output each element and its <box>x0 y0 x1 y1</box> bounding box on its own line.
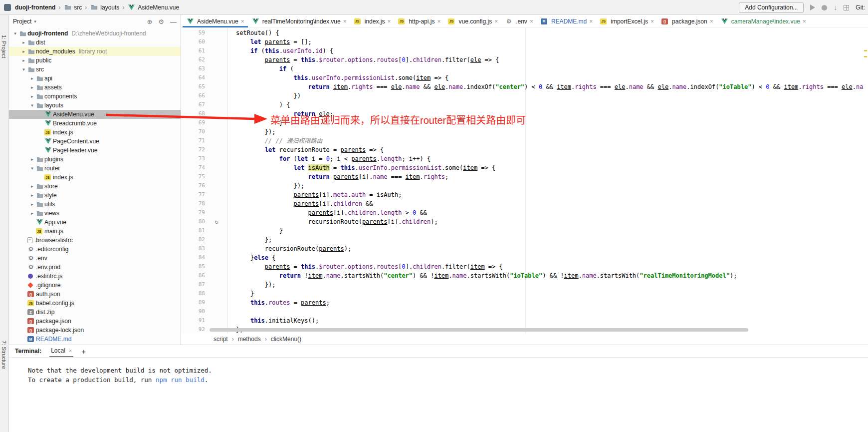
chevron-right-icon[interactable]: ▸ <box>29 202 35 207</box>
line-number[interactable]: 72 <box>181 145 205 154</box>
editor-tab-readme-md[interactable]: MREADME.md× <box>537 15 596 27</box>
new-terminal-tab-button[interactable]: + <box>81 348 86 355</box>
code-line-67[interactable]: 67 ) { <box>181 100 868 109</box>
tree-item-index-js[interactable]: JSindex.js <box>9 128 181 137</box>
tree-item-views[interactable]: ▸views <box>9 209 181 218</box>
tree-item-breadcrumb-vue[interactable]: Breadcrumb.vue <box>9 119 181 128</box>
run-icon[interactable] <box>810 4 815 10</box>
editor-tab-package-json[interactable]: {}package.json× <box>657 15 717 27</box>
tree-item-package-lock-json[interactable]: {}package-lock.json <box>9 326 181 335</box>
close-tab-icon[interactable]: × <box>710 18 713 25</box>
tree-item-store[interactable]: ▸store <box>9 182 181 191</box>
line-number[interactable]: 69 <box>181 118 205 127</box>
code-line-61[interactable]: 61 if (this.userInfo.id) { <box>181 46 868 55</box>
editor-tab-http-api-js[interactable]: JShttp-api.js× <box>394 15 444 27</box>
hide-panel-icon[interactable]: — <box>170 18 177 25</box>
code-line-73[interactable]: 73 for (let i = 0; i < parents.length; i… <box>181 154 868 163</box>
tree-item--env-prod[interactable]: ⚙.env.prod <box>9 263 181 272</box>
code-line-63[interactable]: 63 if ( <box>181 64 868 73</box>
line-number[interactable]: 66 <box>181 91 205 100</box>
close-tab-icon[interactable]: × <box>437 18 440 25</box>
chevron-down-icon[interactable]: ▾ <box>29 166 35 171</box>
code-line-59[interactable]: 59setRoute() { <box>181 28 868 37</box>
code-editor[interactable]: 59setRoute() {60 let parents = [];61 if … <box>181 28 868 334</box>
line-number[interactable]: 85 <box>181 262 205 271</box>
code-line-82[interactable]: 82 }; <box>181 235 868 244</box>
titlebar-breadcrumb-item[interactable]: layouts <box>90 4 119 11</box>
line-number[interactable]: 68 <box>181 109 205 118</box>
line-number[interactable]: 88 <box>181 289 205 298</box>
warning-stripe-mark[interactable] <box>864 50 867 51</box>
tree-item-utils[interactable]: ▸utils <box>9 200 181 209</box>
chevron-down-icon[interactable]: ▾ <box>34 19 36 24</box>
tree-item-plugins[interactable]: ▸plugins <box>9 155 181 164</box>
line-number[interactable]: 89 <box>181 298 205 307</box>
code-line-80[interactable]: 80↻ recursionRoute(parents[i].children); <box>181 217 868 226</box>
chevron-right-icon[interactable]: ▸ <box>29 211 35 216</box>
chevron-right-icon[interactable]: ▸ <box>29 94 35 99</box>
code-line-62[interactable]: 62 parents = this.$router.options.routes… <box>181 55 868 64</box>
titlebar-breadcrumb-item[interactable]: src <box>63 4 82 11</box>
code-line-85[interactable]: 85 parents = this.$router.options.routes… <box>181 262 868 271</box>
line-number[interactable]: 82 <box>181 235 205 244</box>
tree-item-components[interactable]: ▸components <box>9 92 181 101</box>
close-icon[interactable]: × <box>69 348 72 354</box>
line-number[interactable]: 87 <box>181 280 205 289</box>
locate-icon[interactable]: ⊕ <box>147 18 152 25</box>
code-line-60[interactable]: 60 let parents = []; <box>181 37 868 46</box>
chevron-right-icon[interactable]: ▸ <box>29 76 35 81</box>
chevron-right-icon[interactable]: ▸ <box>29 157 35 162</box>
tree-item-index-js[interactable]: JSindex.js <box>9 173 181 182</box>
code-line-86[interactable]: 86 return !item.name.startsWith("center"… <box>181 271 868 280</box>
tree-item-babel-config-js[interactable]: JSbabel.config.js <box>9 299 181 308</box>
line-number[interactable]: 92 <box>181 325 205 334</box>
line-number[interactable]: 83 <box>181 244 205 253</box>
tree-item-style[interactable]: ▸style <box>9 191 181 200</box>
git-branch-label[interactable]: Git: <box>856 4 865 11</box>
vcs-update-icon[interactable]: ↓ <box>834 4 837 11</box>
close-tab-icon[interactable]: × <box>589 18 593 25</box>
code-line-69[interactable]: 69 } <box>181 118 868 127</box>
tree-item-duoji-frontend[interactable]: ▾duoji-frontendD:\zheheWeb\duoji-fronten… <box>9 29 181 38</box>
line-number[interactable]: 60 <box>181 37 205 46</box>
code-line-76[interactable]: 76 }); <box>181 181 868 190</box>
tree-item-pagecontent-vue[interactable]: PageContent.vue <box>9 137 181 146</box>
structure-tool-window-button[interactable]: 7: Structure <box>1 341 7 369</box>
chevron-right-icon[interactable]: ▸ <box>29 85 35 90</box>
chevron-down-icon[interactable]: ▾ <box>29 103 35 108</box>
vertical-scrollbar[interactable] <box>863 28 868 334</box>
tree-item-api[interactable]: ▸api <box>9 74 181 83</box>
code-line-68[interactable]: 68 return ele; <box>181 109 868 118</box>
tree-item-main-js[interactable]: JSmain.js <box>9 227 181 236</box>
project-panel-title[interactable]: Project <box>13 18 31 25</box>
line-number[interactable]: 77 <box>181 190 205 199</box>
line-number[interactable]: 65 <box>181 82 205 91</box>
tree-item--env[interactable]: ⚙.env <box>9 254 181 263</box>
line-number[interactable]: 73 <box>181 154 205 163</box>
editor-tab-asidemenu-vue[interactable]: AsideMenu.vue× <box>183 15 248 27</box>
code-line-71[interactable]: 71 // // 递归权限路由 <box>181 136 868 145</box>
code-line-70[interactable]: 70 }); <box>181 127 868 136</box>
chevron-down-icon[interactable]: ▾ <box>12 31 18 36</box>
code-line-91[interactable]: 91 this.initialKeys(); <box>181 316 868 325</box>
code-line-90[interactable]: 90 <box>181 307 868 316</box>
code-line-75[interactable]: 75 return parents[i].name === item.right… <box>181 172 868 181</box>
editor-tab-index-js[interactable]: JSindex.js× <box>350 15 395 27</box>
tree-item-asidemenu-vue[interactable]: AsideMenu.vue <box>9 110 181 119</box>
titlebar-breadcrumb-item[interactable]: AsideMenu.vue <box>127 4 179 11</box>
editor-breadcrumb-item[interactable]: script <box>214 336 228 343</box>
add-configuration-button[interactable]: Add Configuration... <box>739 2 804 13</box>
terminal-output[interactable]: Note that the development build is not o… <box>9 358 868 385</box>
debug-icon[interactable] <box>822 5 827 10</box>
line-number[interactable]: 67 <box>181 100 205 109</box>
chevron-down-icon[interactable]: ▾ <box>20 67 27 72</box>
tree-item-router[interactable]: ▾router <box>9 164 181 173</box>
line-number[interactable]: 74 <box>181 163 205 172</box>
chevron-right-icon[interactable]: ▸ <box>29 193 35 198</box>
editor-tab-cameramanage-index-vue[interactable]: cameraManage\index.vue× <box>717 15 810 27</box>
settings-gear-icon[interactable]: ⚙ <box>158 18 164 25</box>
chevron-right-icon[interactable]: ▸ <box>29 184 35 189</box>
code-line-72[interactable]: 72 let recursionRoute = parents => { <box>181 145 868 154</box>
line-number[interactable]: 64 <box>181 73 205 82</box>
code-line-66[interactable]: 66 }) <box>181 91 868 100</box>
